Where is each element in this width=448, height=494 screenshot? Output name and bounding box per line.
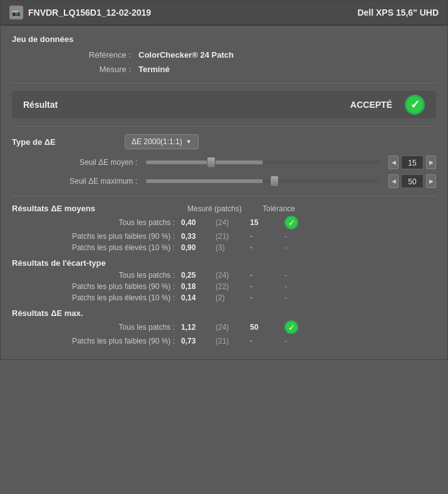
- row-label: Patchs les plus élevés (10 %) :: [12, 293, 181, 302]
- divider-1: [12, 83, 436, 83]
- mesure-value: Terminé: [138, 65, 170, 74]
- left-title: FNVDR_LQ156D1_12-02-2019: [28, 8, 151, 18]
- row-label: Patchs les plus faibles (90 %) :: [12, 337, 181, 345]
- seuil-max-increment[interactable]: ▶: [426, 174, 436, 188]
- row-val: 0,33: [181, 232, 216, 241]
- delta-dropdown[interactable]: ΔE 2000(1:1:1) ▼: [125, 134, 199, 149]
- seuil-moyen-increment[interactable]: ▶: [426, 155, 436, 169]
- row-tol: -: [250, 282, 284, 291]
- resultat-row: Résultat ACCEPTÉ ✓: [12, 91, 436, 118]
- results-ecart-type-title: Résultats de l'écart-type: [12, 258, 436, 268]
- row-count: (24): [216, 271, 250, 280]
- row-status: ✓: [284, 216, 303, 229]
- row-count: (24): [216, 323, 250, 332]
- results-delta-max-title: Résultats ΔE max.: [12, 308, 436, 318]
- seuil-max-label: Seuil ΔE maximum :: [12, 177, 137, 186]
- seuil-moyen-number: 15: [401, 155, 424, 169]
- row-count: (2): [216, 293, 250, 302]
- row-status: ✓: [284, 320, 303, 334]
- mesure-label: Mesure :: [49, 65, 131, 74]
- seuil-moyen-label: Seuil ΔE moyen :: [12, 158, 137, 167]
- seuil-max-track[interactable]: [146, 179, 380, 183]
- row-status: -: [284, 243, 303, 252]
- row-count: (22): [216, 282, 250, 291]
- jeu-de-donnees-title: Jeu de données: [12, 34, 436, 44]
- table-row: Patchs les plus faibles (90 %) : 0,18 (2…: [12, 281, 436, 291]
- row-label: Tous les patchs :: [12, 323, 181, 332]
- resultat-label: Résultat: [23, 100, 350, 110]
- check-icon: ✓: [284, 216, 298, 229]
- row-val: 0,25: [181, 271, 216, 280]
- table-row: Tous les patchs : 0,40 (24) 15 ✓: [12, 216, 436, 229]
- row-status: -: [284, 281, 303, 291]
- main-content: Jeu de données Référence : ColorChecker®…: [1, 26, 447, 359]
- type-delta-label: Type de ΔE: [12, 137, 125, 147]
- results-delta-max-section: Résultats ΔE max. Tous les patchs : 1,12…: [12, 308, 436, 345]
- resultat-check-icon: ✓: [405, 95, 425, 115]
- app-icon: 📷: [9, 6, 23, 19]
- row-status: -: [284, 293, 303, 302]
- main-window: 📷 FNVDR_LQ156D1_12-02-2019 Dell XPS 15,6…: [0, 0, 448, 360]
- seuil-moyen-track[interactable]: [146, 160, 380, 164]
- row-tol: -: [250, 243, 284, 252]
- row-tol: -: [250, 337, 284, 345]
- row-tol: 15: [250, 218, 284, 227]
- seuil-moyen-value-box: ◀ 15 ▶: [388, 155, 436, 169]
- table-row: Patchs les plus faibles (90 %) : 0,33 (2…: [12, 231, 436, 241]
- seuil-max-decrement[interactable]: ◀: [388, 174, 399, 188]
- seuil-max-thumb[interactable]: [270, 176, 279, 187]
- row-val: 1,12: [181, 323, 216, 332]
- seuil-max-value-box: ◀ 50 ▶: [388, 174, 436, 188]
- table-row: Patchs les plus élevés (10 %) : 0,14 (2)…: [12, 293, 436, 302]
- reference-value: ColorChecker® 24 Patch: [138, 50, 234, 60]
- seuil-moyen-thumb[interactable]: [207, 157, 216, 168]
- table-row: Tous les patchs : 1,12 (24) 50 ✓: [12, 320, 436, 334]
- row-label: Patchs les plus faibles (90 %) :: [12, 232, 181, 241]
- type-delta-row: Type de ΔE ΔE 2000(1:1:1) ▼: [12, 134, 436, 149]
- row-label: Tous les patchs :: [12, 271, 181, 280]
- results-delta-moyens-header: Résultats ΔE moyens Mesuré (patchs) Tolé…: [12, 204, 436, 213]
- row-val: 0,18: [181, 282, 216, 291]
- row-status: -: [284, 336, 303, 345]
- row-status: -: [284, 270, 303, 280]
- divider-3: [12, 196, 436, 196]
- mesure-row: Mesure : Terminé: [12, 65, 436, 74]
- reference-row: Référence : ColorChecker® 24 Patch: [12, 50, 436, 60]
- row-count: (21): [216, 337, 250, 345]
- results-ecart-type-section: Résultats de l'écart-type Tous les patch…: [12, 258, 436, 302]
- results-delta-moyens-section: Résultats ΔE moyens Mesuré (patchs) Tolé…: [12, 204, 436, 252]
- seuil-max-row: Seuil ΔE maximum : ◀ 50 ▶: [12, 174, 436, 188]
- seuil-moyen-row: Seuil ΔE moyen : ◀ 15 ▶: [12, 155, 436, 169]
- table-row: Patchs les plus faibles (90 %) : 0,73 (2…: [12, 336, 436, 345]
- row-label: Patchs les plus faibles (90 %) :: [12, 282, 181, 291]
- row-val: 0,40: [181, 218, 216, 227]
- table-row: Tous les patchs : 0,25 (24) - -: [12, 270, 436, 280]
- row-val: 0,73: [181, 337, 216, 345]
- title-bar: 📷 FNVDR_LQ156D1_12-02-2019 Dell XPS 15,6…: [1, 1, 447, 26]
- seuil-moyen-decrement[interactable]: ◀: [388, 155, 399, 169]
- row-val: 0,90: [181, 243, 216, 252]
- resultat-value: ACCEPTÉ: [350, 100, 392, 110]
- seuil-max-number: 50: [401, 174, 424, 188]
- row-count: (21): [216, 232, 250, 241]
- reference-label: Référence :: [49, 50, 131, 60]
- row-status: -: [284, 231, 303, 241]
- jeu-de-donnees-section: Jeu de données Référence : ColorChecker®…: [12, 34, 436, 74]
- results-col1-header: Mesuré (patchs): [187, 204, 263, 213]
- row-count: (24): [216, 218, 250, 227]
- row-label: Tous les patchs :: [12, 218, 181, 227]
- results-col2-header: Tolérance: [263, 204, 436, 213]
- row-val: 0,14: [181, 293, 216, 302]
- row-tol: -: [250, 293, 284, 302]
- row-tol: -: [250, 271, 284, 280]
- chevron-down-icon: ▼: [186, 139, 192, 145]
- right-title: Dell XPS 15,6" UHD: [357, 8, 439, 18]
- row-label: Patchs les plus élevés (10 %) :: [12, 243, 181, 252]
- row-tol: 50: [250, 323, 284, 332]
- divider-2: [12, 126, 436, 127]
- row-count: (3): [216, 243, 250, 252]
- check-icon: ✓: [284, 320, 298, 334]
- delta-dropdown-value: ΔE 2000(1:1:1): [132, 137, 182, 146]
- table-row: Patchs les plus élevés (10 %) : 0,90 (3)…: [12, 243, 436, 252]
- results-delta-moyens-title: Résultats ΔE moyens: [12, 204, 187, 213]
